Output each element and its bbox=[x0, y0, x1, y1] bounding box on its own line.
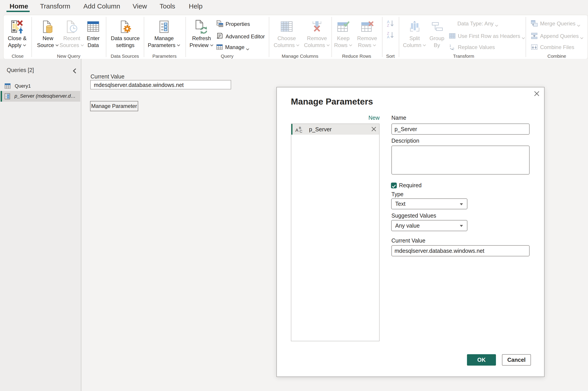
svg-text:A: A bbox=[387, 35, 390, 39]
svg-text:1: 1 bbox=[449, 44, 451, 47]
svg-text:C: C bbox=[300, 129, 302, 133]
svg-text:A: A bbox=[295, 127, 298, 133]
svg-text:2: 2 bbox=[452, 47, 454, 50]
svg-text:Z: Z bbox=[387, 23, 389, 27]
